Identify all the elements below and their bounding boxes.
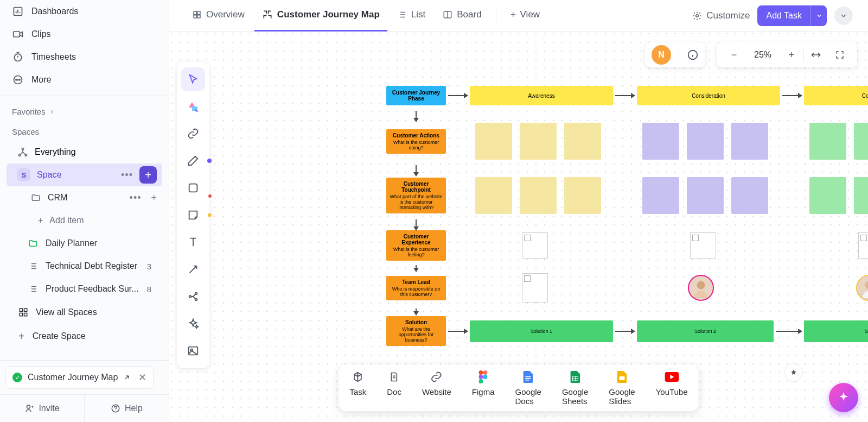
svg-point-14	[27, 405, 30, 408]
fit-width-button[interactable]	[804, 42, 828, 67]
tool-pen[interactable]	[181, 149, 205, 173]
fullscreen-button[interactable]	[828, 42, 852, 67]
tool-connector[interactable]	[181, 257, 205, 281]
nav-dashboards[interactable]: Dashboards	[7, 0, 162, 23]
sticky-note[interactable]	[731, 177, 768, 214]
sticky-note[interactable]	[475, 123, 512, 160]
solution-card[interactable]: Solution 3	[804, 320, 868, 342]
tab-add-view[interactable]: + View	[503, 0, 547, 32]
tool-rectangle[interactable]	[181, 176, 205, 200]
tab-overview[interactable]: Overview	[184, 0, 252, 32]
zoom-in-button[interactable]: +	[780, 42, 803, 67]
view-all-spaces[interactable]: View all Spaces	[7, 300, 162, 324]
tool-cursor[interactable]	[181, 67, 205, 91]
chart-bar-icon	[12, 5, 24, 17]
insert-doc[interactable]: Doc	[387, 370, 401, 406]
sticky-note[interactable]	[642, 177, 679, 214]
row-solution[interactable]: SolutionWhat are the opportunities for b…	[386, 316, 446, 346]
close-icon[interactable]: ✕	[138, 371, 146, 383]
add-item-row[interactable]: + Add item	[7, 209, 162, 232]
svg-rect-19	[197, 15, 200, 18]
sticky-note[interactable]	[809, 123, 846, 160]
solution-card[interactable]: Solution 2	[637, 320, 774, 342]
tool-mindmap[interactable]	[181, 285, 205, 308]
team-lead-avatar[interactable]	[688, 275, 714, 301]
space-add-button[interactable]: +	[139, 166, 157, 184]
row-experience[interactable]: Customer ExperienceWhat is the customer …	[386, 230, 446, 261]
sticky-note[interactable]	[687, 177, 724, 214]
open-chip-journey[interactable]: ✓ Customer Journey Map ✕	[5, 366, 154, 389]
list-feedback[interactable]: Product Feedback Sur... 8	[7, 278, 162, 300]
tab-list[interactable]: List	[390, 0, 433, 32]
folder-add-icon[interactable]: +	[151, 192, 157, 204]
sticky-note[interactable]	[731, 123, 768, 160]
tool-ai[interactable]	[181, 312, 205, 336]
insert-gdocs[interactable]: Google Docs	[515, 370, 541, 406]
sticky-note[interactable]	[475, 177, 512, 214]
sticky-note[interactable]	[687, 123, 724, 160]
sticky-note[interactable]	[520, 123, 557, 160]
list-daily-planner[interactable]: Daily Planner	[7, 232, 162, 255]
tool-link[interactable]	[181, 122, 205, 146]
whiteboard-canvas[interactable]: N − 25% + Customer Journey Phase Awarene…	[169, 32, 868, 422]
image-placeholder[interactable]	[858, 232, 868, 259]
list-tech-debt[interactable]: Technical Debt Register 3	[7, 255, 162, 278]
ai-fab[interactable]	[829, 383, 858, 412]
folder-crm[interactable]: CRM ••• +	[7, 186, 162, 209]
invite-button[interactable]: Invite	[0, 395, 85, 422]
insert-gslides[interactable]: Google Slides	[609, 370, 635, 406]
journey-map: Customer Journey Phase Awareness Conside…	[386, 86, 868, 351]
sticky-note[interactable]	[854, 177, 868, 214]
tool-image[interactable]	[181, 339, 205, 363]
sticky-note[interactable]	[854, 123, 868, 160]
tool-text[interactable]	[181, 230, 205, 254]
space-row[interactable]: S Space ••• +	[7, 163, 162, 186]
tool-shapes[interactable]	[181, 95, 205, 118]
sticky-note[interactable]	[564, 123, 601, 160]
sticky-note[interactable]	[564, 177, 601, 214]
user-avatar[interactable]: N	[652, 45, 671, 65]
sticky-note[interactable]	[642, 123, 679, 160]
add-task-button[interactable]: Add Task	[757, 5, 827, 26]
team-lead-avatar[interactable]	[856, 275, 868, 301]
sticky-note[interactable]	[520, 177, 557, 214]
help-button[interactable]: Help	[85, 395, 169, 422]
folder-more-icon[interactable]: •••	[130, 192, 142, 204]
insert-website[interactable]: Website	[422, 370, 451, 406]
insert-task[interactable]: Task	[349, 370, 366, 406]
nav-timesheets[interactable]: Timesheets	[7, 46, 162, 68]
row-actions[interactable]: Customer ActionsWhat is the customer doi…	[386, 129, 446, 154]
image-placeholder[interactable]	[690, 232, 716, 259]
zoom-out-button[interactable]: −	[722, 42, 746, 67]
external-link-icon[interactable]	[123, 374, 131, 381]
nav-clips[interactable]: Clips	[7, 23, 162, 46]
insert-gsheets[interactable]: Google Sheets	[562, 370, 588, 406]
nav-more[interactable]: More	[7, 68, 162, 91]
image-placeholder[interactable]	[522, 232, 548, 259]
phase-awareness[interactable]: Awareness	[470, 86, 613, 105]
sticky-note[interactable]	[809, 177, 846, 214]
phase-consideration[interactable]: Consideration	[637, 86, 780, 105]
insert-figma[interactable]: Figma	[472, 370, 495, 406]
everything-row[interactable]: Everything	[7, 141, 162, 163]
row-team-lead[interactable]: Team LeadWho is responsible on this cust…	[386, 276, 446, 300]
journey-header-card[interactable]: Customer Journey Phase	[386, 86, 446, 105]
row-touchpoint[interactable]: Customer TouchpointWhat part of the webs…	[386, 178, 446, 213]
pin-button[interactable]	[784, 363, 803, 382]
create-space[interactable]: + Create Space	[7, 324, 162, 348]
info-button[interactable]	[687, 49, 699, 61]
tab-journey-map[interactable]: Customer Journey Map	[254, 0, 387, 32]
phase-conversion[interactable]: Conversion	[804, 86, 868, 105]
more-menu[interactable]	[834, 7, 853, 25]
customize-button[interactable]: Customize	[692, 10, 750, 21]
space-more-icon[interactable]: •••	[121, 169, 133, 181]
favorites-section[interactable]: Favorites	[0, 100, 169, 121]
add-task-dropdown[interactable]	[810, 5, 827, 26]
image-placeholder[interactable]	[522, 273, 548, 303]
insert-youtube[interactable]: YouTube	[656, 370, 688, 406]
tab-board[interactable]: Board	[435, 0, 489, 32]
svg-rect-12	[20, 313, 22, 316]
tool-sticky[interactable]	[181, 203, 205, 227]
solution-card[interactable]: Solution 1	[470, 320, 613, 342]
zoom-value[interactable]: 25%	[746, 42, 780, 67]
